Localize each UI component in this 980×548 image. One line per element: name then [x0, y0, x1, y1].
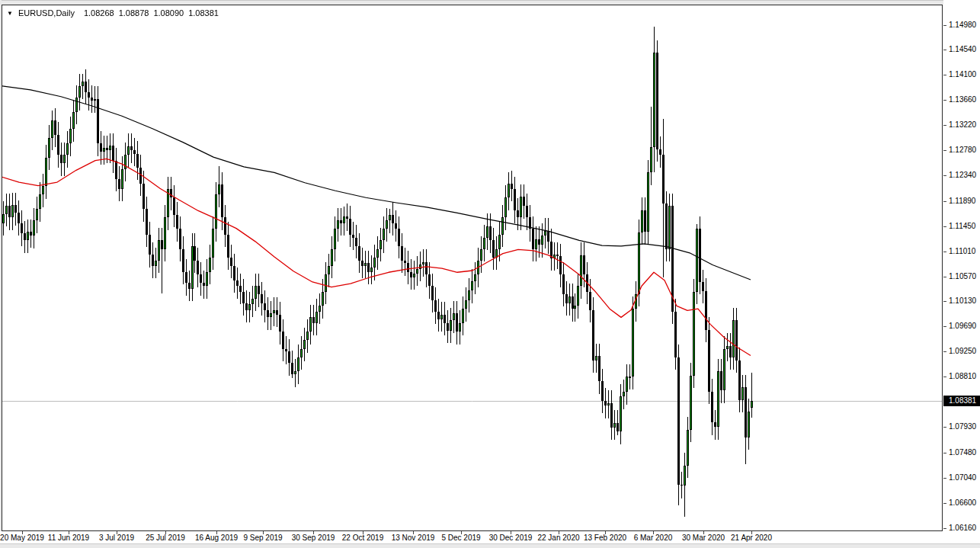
- time-axis[interactable]: 20 May 201911 Jun 20193 Jul 201925 Jul 2…: [0, 531, 980, 543]
- price-axis-label: 1.14540: [949, 46, 976, 53]
- time-axis-label: 30 Mar 2020: [682, 534, 725, 542]
- time-axis-label: 22 Oct 2019: [342, 534, 383, 542]
- price-axis-label: 1.12340: [949, 171, 976, 179]
- price-axis-tick: [943, 427, 946, 428]
- candlestick-chart-canvas[interactable]: [2, 5, 942, 530]
- price-axis-label: 1.07930: [949, 423, 976, 431]
- ohlc-close: 1.08381: [188, 8, 219, 18]
- price-axis-tick: [943, 478, 946, 479]
- time-axis-label: 9 Sep 2019: [243, 534, 282, 542]
- chart-title-bar: ▼EURUSD,Daily1.082681.088781.080901.0838…: [7, 7, 219, 19]
- price-axis-tick: [943, 150, 946, 151]
- chart-plot-area[interactable]: ▼EURUSD,Daily1.082681.088781.080901.0838…: [2, 5, 943, 531]
- time-axis-label: 22 Jan 2020: [537, 534, 579, 542]
- price-axis-tick: [943, 75, 946, 75]
- price-axis-label: 1.13660: [949, 96, 976, 104]
- price-axis-tick: [943, 201, 946, 202]
- time-axis-label: 5 Dec 2019: [441, 534, 480, 542]
- time-axis-label: 13 Nov 2019: [392, 534, 435, 542]
- price-axis-label: 1.09250: [949, 348, 976, 355]
- price-axis-tick: [943, 503, 946, 504]
- price-axis-label: 1.10570: [949, 273, 976, 280]
- price-axis-tick: [943, 252, 946, 252]
- time-axis-label: 6 Mar 2020: [634, 534, 673, 542]
- time-axis-label: 30 Dec 2019: [489, 534, 533, 542]
- symbol-timeframe-label: EURUSD,Daily: [18, 8, 75, 18]
- time-axis-label: 11 Jun 2019: [48, 534, 89, 542]
- price-axis-label: 1.06600: [949, 499, 976, 507]
- price-axis-label: 1.11010: [949, 248, 975, 255]
- time-axis-label: 20 May 2019: [0, 534, 44, 542]
- price-axis-label: 1.14980: [949, 21, 976, 29]
- price-axis-tick: [943, 528, 946, 529]
- price-axis-tick: [943, 326, 946, 327]
- window-bottom-strip: [0, 543, 980, 548]
- price-axis-label: 1.07480: [949, 449, 976, 457]
- time-axis-label: 3 Jul 2019: [99, 534, 134, 542]
- price-axis-label: 1.11890: [949, 197, 975, 205]
- price-axis[interactable]: 1.08381 1.149801.145401.141001.136601.13…: [943, 0, 980, 543]
- time-axis-label: 30 Sep 2019: [292, 534, 335, 542]
- time-axis-label: 21 Apr 2020: [731, 534, 772, 542]
- price-axis-label: 1.07040: [949, 474, 976, 482]
- price-axis-label: 1.10130: [949, 297, 976, 305]
- price-axis-tick: [943, 301, 946, 302]
- price-axis-tick: [943, 50, 946, 50]
- chart-dropdown-arrow-icon[interactable]: ▼: [7, 10, 13, 17]
- price-axis-tick: [943, 175, 946, 176]
- ohlc-open: 1.08268: [84, 8, 114, 18]
- price-axis-label: 1.11450: [949, 223, 975, 230]
- time-axis-label: 13 Feb 2020: [584, 534, 626, 542]
- price-axis-tick: [943, 25, 946, 26]
- price-axis-tick: [943, 226, 946, 227]
- price-axis-tick: [943, 125, 946, 126]
- ohlc-high: 1.08878: [119, 8, 149, 18]
- current-price-badge: 1.08381: [943, 396, 980, 406]
- ohlc-low: 1.08090: [153, 8, 184, 18]
- price-axis-label: 1.08810: [949, 373, 976, 380]
- price-axis-tick: [943, 377, 946, 377]
- price-axis-tick: [943, 351, 946, 352]
- price-axis-label: 1.13220: [949, 121, 976, 129]
- time-axis-label: 25 Jul 2019: [146, 534, 185, 542]
- price-axis-tick: [943, 100, 946, 101]
- chart-window: ▼EURUSD,Daily1.082681.088781.080901.0838…: [0, 0, 980, 548]
- price-axis-tick: [943, 453, 946, 453]
- price-axis-label: 1.14100: [949, 71, 976, 79]
- price-axis-label: 1.12780: [949, 146, 976, 154]
- price-axis-tick: [943, 277, 946, 277]
- time-axis-label: 16 Aug 2019: [195, 534, 238, 542]
- price-axis-label: 1.09690: [949, 322, 976, 330]
